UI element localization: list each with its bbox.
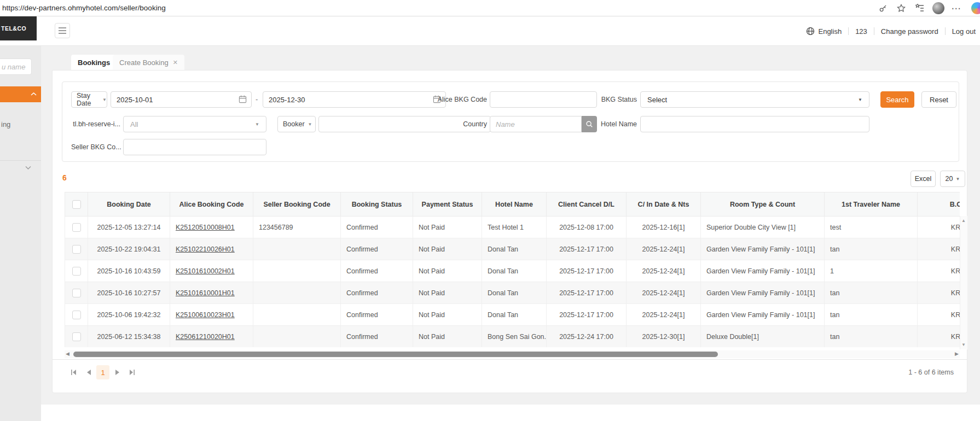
change-password-link[interactable]: Change password <box>881 27 938 36</box>
country-input[interactable] <box>490 116 582 132</box>
scrollbar-thumb[interactable] <box>73 352 718 357</box>
menu-search-input[interactable] <box>0 59 32 75</box>
cell-checkin-date-nts: 2025-12-30[1] <box>627 326 701 348</box>
row-checkbox[interactable] <box>72 311 81 319</box>
result-count: 6 <box>62 173 67 182</box>
alice-booking-code-link[interactable]: K25101610002H01 <box>176 267 235 275</box>
cell-hotel-name: Test Hotel 1 <box>482 217 547 238</box>
booker-value: Booker <box>283 120 305 128</box>
cell-booking-status: Confirmed <box>341 217 413 238</box>
alice-booking-code-link[interactable]: K25100610023H01 <box>176 311 235 319</box>
reset-button[interactable]: Reset <box>921 91 956 108</box>
reserve-filter-value: All <box>130 120 252 128</box>
table-vertical-scrollbar[interactable]: ▲ ▼ <box>960 216 967 349</box>
logout-link[interactable]: Log out <box>952 27 976 36</box>
cell-first-traveler-name: test <box>825 217 918 238</box>
scroll-up-icon[interactable]: ▲ <box>961 218 966 223</box>
browser-address-bar: https://dev-partners.ohmyhotel.com/selle… <box>0 0 980 16</box>
row-checkbox[interactable] <box>72 245 81 254</box>
favorite-star-icon[interactable] <box>895 2 907 14</box>
cell-seller-booking-code: 123456789 <box>253 217 341 238</box>
sidebar-toggle-button[interactable] <box>55 23 70 38</box>
globe-icon <box>806 27 815 36</box>
seller-bkg-code-input[interactable] <box>123 139 266 155</box>
current-page[interactable]: 1 <box>96 365 109 379</box>
copilot-icon[interactable] <box>971 2 980 14</box>
cell-client-cancel-dl: 2025-12-24 17:00 <box>547 326 627 348</box>
bkg-status-value: Select <box>647 96 855 104</box>
first-page-button[interactable] <box>69 365 79 379</box>
table-horizontal-scrollbar[interactable]: ◀ ▶ <box>65 350 960 358</box>
cell-booking-currency: KR <box>918 260 960 282</box>
prev-page-button[interactable] <box>84 365 94 379</box>
cell-payment-status: Not Paid <box>413 260 482 282</box>
cell-booking-status: Confirmed <box>341 304 413 326</box>
column-header-booking-date: Booking Date <box>88 192 170 217</box>
column-header-alice-booking-code: Alice Booking Code <box>170 192 253 217</box>
key-icon[interactable] <box>877 2 889 14</box>
language-selector[interactable]: English <box>806 27 842 36</box>
app-header: TEL&CO English 123 Change password Log o… <box>0 16 980 46</box>
cell-select <box>65 260 88 282</box>
bkg-status-select[interactable]: Select ▼ <box>640 91 869 108</box>
tab-create-booking[interactable]: Create Booking ✕ <box>113 55 184 70</box>
bookings-table-wrap: Booking DateAlice Booking CodeSeller Boo… <box>65 192 960 347</box>
scroll-down-icon[interactable]: ▼ <box>961 342 966 347</box>
cell-hotel-name: Donal Tan <box>482 260 547 282</box>
cell-seller-booking-code <box>253 326 341 348</box>
cell-client-cancel-dl: 2025-12-08 17:00 <box>547 217 627 238</box>
scroll-left-icon[interactable]: ◀ <box>66 351 69 356</box>
booker-select[interactable]: Booker ▼ <box>277 116 316 132</box>
column-header-booking-status: Booking Status <box>341 192 413 217</box>
pagination-bar: 1 1 - 6 of 6 items <box>53 359 967 384</box>
cell-hotel-name: Donal Tan <box>482 282 547 304</box>
cell-checkin-date-nts: 2025-12-24[1] <box>627 282 701 304</box>
username-label[interactable]: 123 <box>855 27 867 36</box>
row-checkbox[interactable] <box>72 223 81 232</box>
calendar-icon[interactable] <box>239 95 247 106</box>
url-text[interactable]: https://dev-partners.ohmyhotel.com/selle… <box>2 4 166 12</box>
excel-export-button[interactable]: Excel <box>911 171 936 187</box>
cell-booking-date: 2025-10-16 10:27:57 <box>88 282 170 304</box>
sidebar-item-active[interactable] <box>0 86 41 102</box>
cell-payment-status: Not Paid <box>413 326 482 348</box>
date-from-input[interactable] <box>111 91 252 108</box>
cell-select <box>65 238 88 260</box>
cell-alice-booking-code: K25101610002H01 <box>170 260 253 282</box>
browser-profile-avatar[interactable] <box>932 2 944 14</box>
column-header-first-traveler-name: 1st Traveler Name <box>825 192 918 217</box>
cell-booking-currency: KR <box>918 217 960 238</box>
row-checkbox[interactable] <box>72 332 81 341</box>
sidebar-item-booking[interactable]: ing <box>1 120 10 128</box>
cell-alice-booking-code: K25120510008H01 <box>170 217 253 238</box>
scroll-right-icon[interactable]: ▶ <box>955 351 959 356</box>
cell-payment-status: Not Paid <box>413 304 482 326</box>
cell-select <box>65 282 88 304</box>
column-header-checkin-date-nts: C/ In Date & Nts <box>627 192 701 217</box>
hotel-name-input[interactable] <box>640 116 869 132</box>
row-checkbox[interactable] <box>72 289 81 297</box>
cell-client-cancel-dl: 2025-12-17 17:00 <box>547 260 627 282</box>
search-button[interactable]: Search <box>880 91 914 108</box>
alice-booking-code-link[interactable]: K25101610001H01 <box>176 289 235 297</box>
row-checkbox[interactable] <box>72 267 81 276</box>
browser-more-icon[interactable]: ⋯ <box>950 2 962 14</box>
tab-close-icon[interactable]: ✕ <box>173 59 178 66</box>
last-page-button[interactable] <box>127 365 137 379</box>
alice-booking-code-link[interactable]: K25061210020H01 <box>176 333 235 341</box>
column-header-select <box>65 192 88 217</box>
table-row: 2025-10-06 19:42:32K25100610023H01Confir… <box>65 304 960 326</box>
items-range-text: 1 - 6 of 6 items <box>908 369 954 376</box>
date-type-select[interactable]: Stay Date ▼ <box>71 91 107 108</box>
next-page-button[interactable] <box>113 365 123 379</box>
alice-booking-code-link[interactable]: K25120510008H01 <box>176 224 235 231</box>
reserve-filter-select[interactable]: All ▼ <box>123 116 266 132</box>
page-size-select[interactable]: 20 ▼ <box>940 171 965 187</box>
cell-booking-status: Confirmed <box>341 260 413 282</box>
collections-icon[interactable] <box>914 2 926 14</box>
cell-first-traveler-name: tan <box>825 282 918 304</box>
cell-hotel-name: Donal Tan <box>482 238 547 260</box>
cell-alice-booking-code: K25100610023H01 <box>170 304 253 326</box>
select-all-checkbox[interactable] <box>72 200 81 209</box>
alice-booking-code-link[interactable]: K25102210026H01 <box>176 245 235 253</box>
